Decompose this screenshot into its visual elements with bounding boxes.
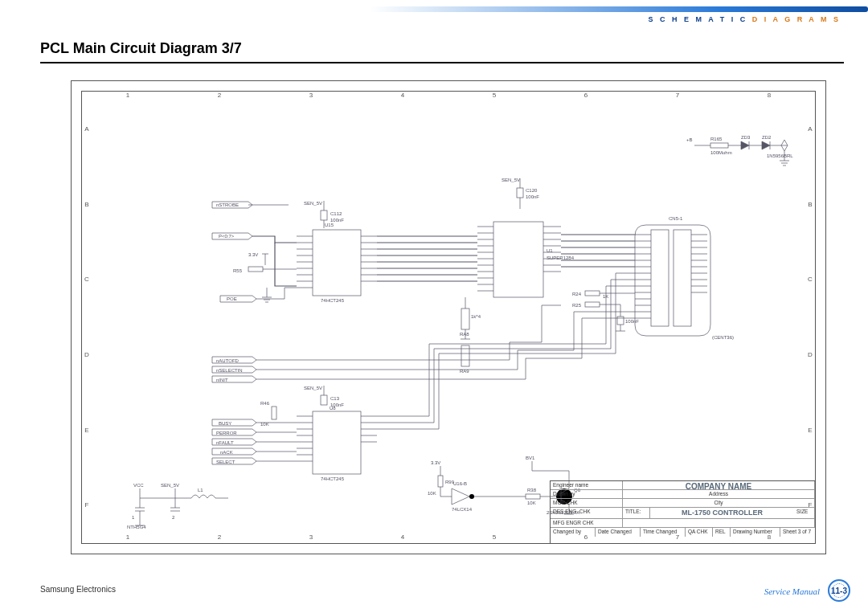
svg-text:C112: C112 [330, 211, 342, 216]
svg-text:nAUTOFD: nAUTOFD [216, 358, 240, 363]
col-6-top: 6 [540, 92, 632, 101]
date-changed-lbl: Date Changed [596, 528, 641, 537]
title-block: Engineer name COMPANY NAME Drawn by Addr… [550, 480, 815, 543]
page-number: 11-3 [831, 586, 847, 595]
svg-text:74HCT245: 74HCT245 [321, 298, 345, 303]
row-e-r: E [805, 393, 815, 468]
svg-text:R46: R46 [260, 401, 270, 406]
header-strip: S C H E M A T I C D I A G R A M S [16, 0, 868, 22]
svg-marker-10 [762, 141, 770, 149]
svg-text:2: 2 [172, 515, 175, 520]
section-label-part2: D I A G R A M S [752, 15, 841, 23]
svg-rect-189 [526, 494, 540, 499]
section-label: S C H E M A T I C D I A G R A M S [648, 15, 841, 23]
time-changed-lbl: Time Changed [641, 528, 686, 537]
row-b-l: B [82, 167, 92, 243]
header-gradient [370, 6, 868, 12]
section-label-part1: S C H E M A T I C [648, 15, 747, 23]
drawing-inner-frame: +B R165 100Mohm ZD3 ZD2 1N5956BRL [81, 91, 816, 544]
svg-text:CN5-1: CN5-1 [669, 216, 683, 221]
row-c-l: C [82, 242, 92, 317]
footer-manual: Service Manual [764, 586, 820, 596]
svg-rect-124 [585, 302, 600, 307]
mfg-engr-chk-lbl: MFG ENGR CHK [551, 519, 623, 527]
col-3-bot: 3 [265, 533, 357, 543]
city-lbl: City [623, 499, 815, 507]
footer-company: Samsung Electronics [40, 585, 116, 594]
svg-rect-64 [493, 222, 543, 297]
svg-text:74HCT245: 74HCT245 [321, 476, 345, 481]
cn5-block: CN5-1 (CENT36) [561, 216, 734, 340]
sheet-lbl: Sheet 3 of 7 [780, 528, 815, 537]
svg-text:100nF: 100nF [526, 194, 539, 199]
svg-text:1N5956BRL: 1N5956BRL [767, 153, 793, 158]
svg-marker-183 [452, 488, 469, 505]
engineer-lbl: Engineer name [551, 481, 623, 489]
drawing-frame: +B R165 100Mohm ZD3 ZD2 1N5956BRL [71, 80, 826, 554]
size-lbl: SIZE [794, 508, 815, 518]
svg-text:ZD2: ZD2 [762, 135, 772, 140]
product-title: ML-1750 CONTROLLER [650, 508, 794, 518]
col-2-bot: 2 [174, 533, 265, 543]
col-8-top: 8 [723, 92, 815, 101]
svg-text:C13: C13 [330, 396, 340, 401]
svg-text:BUSY: BUSY [219, 421, 231, 426]
svg-text:100Mohm: 100Mohm [710, 150, 732, 155]
svg-rect-53 [248, 267, 263, 272]
changed-lbl: Changed by [551, 528, 596, 537]
row-f-l: F [82, 468, 92, 543]
u1-block: SEN_5V C120 100nF U1 SUPER1284 [377, 178, 575, 374]
svg-text:SEN_5V: SEN_5V [502, 178, 520, 182]
svg-rect-86 [461, 309, 469, 329]
svg-rect-122 [585, 291, 600, 296]
svg-text:1k*4: 1k*4 [471, 314, 481, 319]
svg-rect-94 [651, 230, 669, 326]
svg-text:U8: U8 [330, 406, 336, 411]
svg-text:SEN_5V: SEN_5V [304, 386, 322, 390]
svg-text:VCC: VCC [133, 483, 144, 488]
col-7-top: 7 [632, 92, 723, 101]
col-1-top: 1 [82, 92, 174, 101]
col-5-top: 5 [448, 92, 540, 101]
svg-rect-144 [272, 407, 276, 419]
svg-marker-56 [220, 296, 256, 302]
row-a-l: A [82, 92, 92, 167]
svg-marker-6 [741, 141, 749, 149]
svg-text:nACK: nACK [220, 450, 233, 455]
col-4-bot: 4 [357, 533, 448, 543]
svg-text:100nF: 100nF [625, 319, 639, 324]
drawing-num-lbl: Drawing Number [731, 528, 780, 537]
svg-text:R38: R38 [527, 488, 537, 492]
svg-text:SEN_5V: SEN_5V [304, 201, 322, 206]
row-d-r: D [805, 317, 815, 393]
mgr-chk-lbl: MGR CHK [551, 499, 623, 507]
svg-text:1: 1 [132, 515, 135, 520]
qa-chk-lbl: QA CHK [686, 528, 713, 537]
svg-text:SEN_5V: SEN_5V [161, 483, 179, 488]
svg-text:nSELECTIN: nSELECTIN [216, 368, 243, 373]
rel-lbl: REL [713, 528, 731, 537]
u15-block: nSTROBE SEN_5V C112 100nF P<0:7> U15 74H… [212, 201, 377, 303]
svg-text:(CENT36): (CENT36) [712, 335, 734, 340]
row-d-l: D [82, 317, 92, 393]
title-lbl: TITLE: [623, 508, 650, 518]
row-a-r: A [805, 92, 815, 167]
drawn-lbl: Drawn by [551, 490, 623, 498]
svg-rect-29 [313, 230, 361, 296]
svg-text:nFAULT: nFAULT [216, 440, 234, 445]
tvs-chain: +B R165 100Mohm ZD3 ZD2 1N5956BRL [686, 135, 793, 166]
svg-text:R25: R25 [572, 303, 582, 308]
svg-text:+B: +B [686, 137, 693, 142]
svg-text:P<0:7>: P<0:7> [219, 234, 235, 239]
svg-text:10K: 10K [428, 491, 436, 496]
company-name: COMPANY NAME [623, 481, 815, 489]
svg-text:L1: L1 [198, 488, 203, 492]
svg-text:ZD3: ZD3 [741, 135, 751, 140]
svg-text:SELECT: SELECT [216, 460, 235, 464]
row-c-r: C [805, 242, 815, 317]
svg-text:U15: U15 [325, 223, 334, 227]
svg-rect-129 [617, 317, 624, 325]
svg-text:SUPER1284: SUPER1284 [547, 255, 575, 260]
svg-text:R24: R24 [572, 292, 582, 296]
svg-rect-2 [710, 143, 728, 148]
